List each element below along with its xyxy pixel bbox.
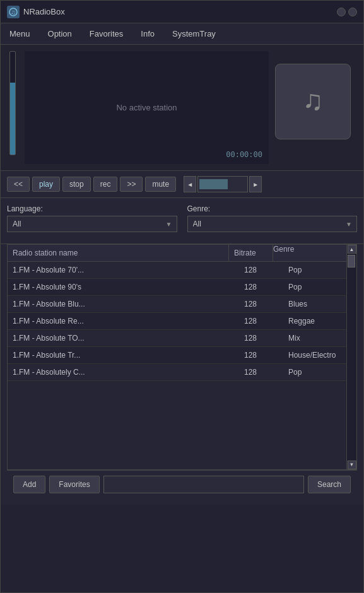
scroll-thumb[interactable]: [348, 255, 355, 267]
volume-bar[interactable]: [197, 176, 248, 192]
bitrate-cell: 128: [239, 347, 283, 363]
mute-button[interactable]: mute: [145, 177, 176, 192]
table-row[interactable]: 1.FM - Absolutely C... 128 Pop: [8, 364, 346, 381]
table-main: Radio station name Bitrate Genre 1.FM - …: [8, 245, 346, 469]
music-note-icon: ♫: [291, 79, 335, 124]
header-name: Radio station name: [8, 245, 229, 261]
minimize-button[interactable]: [337, 8, 346, 16]
station-name-cell: 1.FM - Absolute 70'...: [8, 262, 239, 278]
menu-item-favorites[interactable]: Favorites: [86, 28, 127, 40]
next-button[interactable]: >>: [120, 177, 143, 192]
menu-item-systemtray[interactable]: SystemTray: [168, 28, 220, 40]
volume-slider-container: [7, 51, 18, 164]
table-row[interactable]: 1.FM - Absolute 70'... 128 Pop: [8, 262, 346, 279]
table-row[interactable]: 1.FM - Absolute 90's 128 Pop: [8, 279, 346, 296]
filter-row: Language: All English Spanish French Ger…: [7, 204, 357, 232]
genre-cell: Mix: [283, 330, 346, 346]
genre-cell: Blues: [283, 296, 346, 312]
station-table: Radio station name Bitrate Genre 1.FM - …: [7, 244, 357, 470]
menu-item-info[interactable]: Info: [137, 28, 158, 40]
genre-filter-group: Genre: All Pop Rock Jazz Blues Classical…: [187, 204, 358, 232]
station-list-section: Radio station name Bitrate Genre 1.FM - …: [1, 244, 363, 505]
menu-item-option[interactable]: Option: [44, 28, 76, 40]
bottom-actions: Add Favorites Search: [7, 470, 357, 498]
play-button[interactable]: play: [32, 177, 60, 192]
genre-label: Genre:: [187, 204, 358, 213]
genre-cell: Reggae: [283, 313, 346, 329]
station-name: No active station: [116, 103, 177, 112]
add-button[interactable]: Add: [13, 476, 45, 493]
title-bar-left: ♫ NRadioBox: [7, 6, 65, 18]
bitrate-cell: 128: [239, 262, 283, 278]
bitrate-cell: 128: [239, 330, 283, 346]
table-row[interactable]: 1.FM - Absolute Re... 128 Reggae: [8, 313, 346, 330]
volume-bar-fill: [199, 179, 228, 189]
station-name-cell: 1.FM - Absolute Tr...: [8, 347, 239, 363]
scroll-up-button[interactable]: ▲: [348, 245, 356, 254]
menu-item-menu[interactable]: Menu: [6, 28, 34, 40]
album-art: ♫: [275, 64, 351, 139]
app-title: NRadioBox: [23, 7, 65, 16]
table-row[interactable]: 1.FM - Absolute Tr... 128 House/Electro: [8, 347, 346, 364]
scroll-track[interactable]: [347, 254, 356, 461]
controls-section: << play stop rec >> mute ◄ ►: [1, 171, 363, 198]
volume-fill: [10, 83, 15, 155]
svg-text:♫: ♫: [11, 9, 16, 16]
search-button[interactable]: Search: [308, 476, 351, 493]
table-body: 1.FM - Absolute 70'... 128 Pop 1.FM - Ab…: [8, 262, 346, 469]
genre-cell: Pop: [283, 279, 346, 295]
scrollbar-area: ▲ ▼: [346, 245, 356, 469]
language-select[interactable]: All English Spanish French German Russia…: [7, 216, 177, 232]
menu-bar: Menu Option Favorites Info SystemTray: [1, 23, 363, 45]
scroll-down-button[interactable]: ▼: [348, 461, 356, 469]
search-input[interactable]: [103, 476, 304, 493]
genre-select-wrapper: All Pop Rock Jazz Blues Classical Electr…: [187, 216, 358, 232]
app-window: ♫ NRadioBox Menu Option Favorites Info S…: [0, 0, 364, 593]
volume-right-button[interactable]: ►: [249, 176, 262, 192]
volume-left-button[interactable]: ◄: [184, 176, 196, 192]
genre-cell: Pop: [283, 364, 346, 380]
player-section: No active station 00:00:00 ♫: [1, 45, 363, 171]
app-icon: ♫: [7, 6, 20, 18]
table-row[interactable]: 1.FM - Absolute Blu... 128 Blues: [8, 296, 346, 313]
station-name-cell: 1.FM - Absolute 90's: [8, 279, 239, 295]
language-label: Language:: [7, 204, 177, 213]
stop-button[interactable]: stop: [62, 177, 91, 192]
favorites-button[interactable]: Favorites: [49, 476, 99, 493]
time-display: 00:00:00: [226, 150, 262, 159]
title-bar-controls: [337, 8, 357, 16]
rec-button[interactable]: rec: [93, 177, 118, 192]
station-display: No active station 00:00:00: [25, 51, 269, 164]
close-button[interactable]: [348, 8, 357, 16]
genre-select[interactable]: All Pop Rock Jazz Blues Classical Electr…: [187, 216, 358, 232]
header-bitrate: Bitrate: [229, 245, 273, 261]
table-header: Radio station name Bitrate Genre: [8, 245, 346, 262]
prev-button[interactable]: <<: [7, 177, 30, 192]
svg-text:♫: ♫: [303, 85, 324, 115]
station-name-cell: 1.FM - Absolute TO...: [8, 330, 239, 346]
bitrate-cell: 128: [239, 296, 283, 312]
title-bar: ♫ NRadioBox: [1, 1, 363, 23]
bitrate-cell: 128: [239, 313, 283, 329]
station-name-cell: 1.FM - Absolutely C...: [8, 364, 239, 380]
bitrate-cell: 128: [239, 364, 283, 380]
volume-track[interactable]: [9, 51, 16, 155]
header-genre: Genre: [273, 245, 336, 261]
filter-section: Language: All English Spanish French Ger…: [1, 198, 363, 244]
table-row[interactable]: 1.FM - Absolute TO... 128 Mix: [8, 330, 346, 347]
language-select-wrapper: All English Spanish French German Russia…: [7, 216, 177, 232]
station-name-cell: 1.FM - Absolute Re...: [8, 313, 239, 329]
bitrate-cell: 128: [239, 279, 283, 295]
genre-cell: Pop: [283, 262, 346, 278]
genre-cell: House/Electro: [283, 347, 346, 363]
station-name-cell: 1.FM - Absolute Blu...: [8, 296, 239, 312]
volume-control: ◄ ►: [184, 176, 262, 192]
bottom-area: [1, 505, 363, 593]
language-filter-group: Language: All English Spanish French Ger…: [7, 204, 177, 232]
